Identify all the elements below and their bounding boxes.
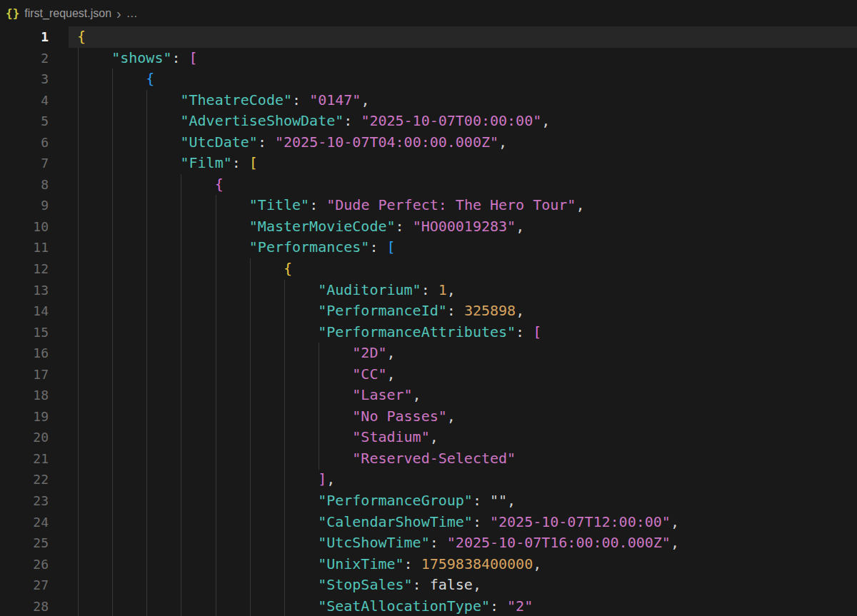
- breadcrumb: {} first_request.json › …: [0, 0, 857, 26]
- code-token-punc: ,: [576, 196, 584, 213]
- code-line-text: {: [49, 258, 857, 280]
- line-number[interactable]: 15: [0, 322, 49, 343]
- code-line[interactable]: 15 "PerformanceAttributes": [: [0, 322, 857, 343]
- line-number[interactable]: 3: [0, 69, 49, 90]
- line-number[interactable]: 16: [0, 343, 49, 364]
- code-line[interactable]: 6 "UtcDate": "2025-10-07T04:00:00.000Z",: [0, 132, 857, 153]
- code-line[interactable]: 8 {: [0, 174, 857, 196]
- line-number[interactable]: 23: [0, 490, 49, 512]
- indent-space: [77, 133, 181, 151]
- code-line[interactable]: 2 "shows": [: [0, 48, 857, 69]
- code-line[interactable]: 3 {: [0, 69, 857, 90]
- code-line[interactable]: 12 {: [0, 258, 857, 280]
- code-line-text: "2D",: [49, 343, 857, 364]
- code-token-punc: :: [516, 323, 533, 340]
- indent-space: [77, 365, 352, 383]
- code-line[interactable]: 11 "Performances": [: [0, 237, 857, 258]
- indent-space: [77, 534, 318, 551]
- code-token-punc: ,: [447, 281, 456, 298]
- code-token-key: "Performances": [249, 238, 370, 256]
- line-number[interactable]: 17: [0, 364, 49, 385]
- code-line[interactable]: 1{: [0, 26, 857, 48]
- indent-space: [77, 323, 318, 340]
- code-token-str: "2": [507, 597, 533, 615]
- breadcrumb-symbol-ellipsis[interactable]: …: [126, 7, 138, 20]
- code-line[interactable]: 25 "UtcShowTime": "2025-10-07T16:00:00.0…: [0, 532, 857, 554]
- code-line-text: "Film": [: [49, 153, 857, 174]
- code-token-punc: :: [430, 534, 447, 551]
- line-number[interactable]: 9: [0, 195, 49, 216]
- code-line[interactable]: 16 "2D",: [0, 343, 857, 364]
- line-number[interactable]: 18: [0, 385, 49, 406]
- line-number[interactable]: 6: [0, 132, 49, 153]
- indent-space: [77, 281, 318, 298]
- code-line[interactable]: 20 "Stadium",: [0, 427, 857, 448]
- line-number[interactable]: 11: [0, 237, 49, 258]
- code-line-text: {: [49, 26, 857, 48]
- code-token-punc: :: [396, 218, 413, 235]
- code-token-key: "Title": [249, 196, 309, 213]
- code-line[interactable]: 14 "PerformanceId": 325898,: [0, 301, 857, 322]
- line-number[interactable]: 12: [0, 258, 49, 280]
- code-line-text: "AdvertiseShowDate": "2025-10-07T00:00:0…: [49, 111, 857, 132]
- line-number[interactable]: 10: [0, 216, 49, 238]
- line-number[interactable]: 24: [0, 512, 49, 533]
- line-number[interactable]: 4: [0, 90, 49, 111]
- line-number[interactable]: 28: [0, 596, 49, 616]
- code-line[interactable]: 18 "Laser",: [0, 385, 857, 406]
- code-token-punc: :: [309, 196, 326, 213]
- code-line[interactable]: 17 "CC",: [0, 364, 857, 385]
- code-line[interactable]: 26 "UnixTime": 1759838400000,: [0, 554, 857, 575]
- code-token-str: "2025-10-07T00:00:00": [361, 112, 541, 129]
- code-line[interactable]: 28 "SeatAllocationType": "2": [0, 596, 857, 616]
- line-number[interactable]: 19: [0, 406, 49, 428]
- code-line[interactable]: 7 "Film": [: [0, 153, 857, 174]
- indent-space: [77, 470, 318, 488]
- line-number[interactable]: 27: [0, 575, 49, 596]
- code-token-b2: [: [189, 49, 198, 66]
- indent-space: [77, 260, 284, 277]
- line-number[interactable]: 20: [0, 427, 49, 448]
- code-token-punc: ,: [516, 302, 524, 319]
- code-line[interactable]: 9 "Title": "Dude Perfect: The Hero Tour"…: [0, 195, 857, 216]
- code-token-str: "Laser": [352, 386, 412, 403]
- line-number[interactable]: 26: [0, 554, 49, 575]
- code-line[interactable]: 4 "TheatreCode": "0147",: [0, 90, 857, 111]
- indent-space: [77, 112, 181, 129]
- line-number[interactable]: 13: [0, 280, 49, 301]
- code-line[interactable]: 21 "Reserved-Selected": [0, 448, 857, 470]
- code-line[interactable]: 24 "CalendarShowTime": "2025-10-07T12:00…: [0, 512, 857, 533]
- line-number[interactable]: 5: [0, 111, 49, 132]
- line-number[interactable]: 14: [0, 301, 49, 322]
- code-line-text: ],: [49, 469, 857, 490]
- line-number[interactable]: 22: [0, 469, 49, 490]
- code-line[interactable]: 23 "PerformanceGroup": "",: [0, 490, 857, 512]
- code-token-punc: :: [258, 133, 275, 151]
- code-line[interactable]: 22 ],: [0, 469, 857, 490]
- code-editor[interactable]: 1{2 "shows": [3 {4 "TheatreCode": "0147"…: [0, 26, 857, 616]
- code-token-punc: ,: [386, 344, 395, 361]
- code-token-str: "CC": [352, 365, 386, 383]
- breadcrumb-file-name[interactable]: first_request.json: [24, 7, 111, 20]
- code-line-text: {: [49, 174, 857, 196]
- code-line[interactable]: 13 "Auditorium": 1,: [0, 280, 857, 301]
- line-number[interactable]: 8: [0, 174, 49, 196]
- code-line-text: "shows": [: [49, 48, 857, 69]
- line-number[interactable]: 7: [0, 153, 49, 174]
- code-token-str: "2025-10-07T12:00:00": [490, 513, 671, 530]
- code-line-text: "Stadium",: [49, 427, 857, 448]
- code-line[interactable]: 19 "No Passes",: [0, 406, 857, 428]
- line-number[interactable]: 25: [0, 532, 49, 554]
- line-number[interactable]: 21: [0, 448, 49, 470]
- code-line[interactable]: 27 "StopSales": false,: [0, 575, 857, 596]
- code-lines: 1{2 "shows": [3 {4 "TheatreCode": "0147"…: [0, 26, 857, 616]
- code-line[interactable]: 5 "AdvertiseShowDate": "2025-10-07T00:00…: [0, 111, 857, 132]
- line-number[interactable]: 2: [0, 48, 49, 69]
- code-token-key: "shows": [111, 49, 171, 66]
- code-token-key: "UtcDate": [181, 133, 258, 151]
- indent-space: [77, 408, 352, 425]
- line-number[interactable]: 1: [0, 26, 49, 48]
- code-line-text: "PerformanceId": 325898,: [49, 301, 857, 322]
- code-line[interactable]: 10 "MasterMovieCode": "HO00019283",: [0, 216, 857, 238]
- code-token-b3: [: [387, 238, 396, 256]
